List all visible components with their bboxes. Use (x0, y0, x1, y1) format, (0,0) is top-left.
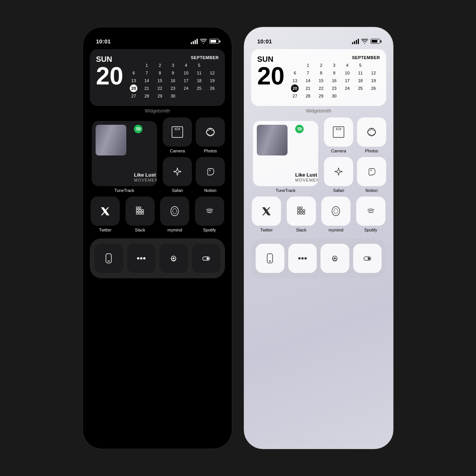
dock-at-light[interactable] (321, 244, 349, 273)
slack-svg-dark (133, 204, 147, 218)
svg-point-43 (334, 258, 336, 259)
safari-icon-light[interactable]: Safari (324, 157, 353, 193)
svg-rect-11 (136, 207, 138, 209)
calendar-widget-dark[interactable]: SUN 20 SEPTEMBER 12345 6789101112 131415… (90, 49, 225, 106)
svg-rect-37 (267, 254, 273, 263)
time-light: 10:01 (257, 38, 272, 45)
svg-rect-9 (142, 212, 144, 214)
svg-point-40 (301, 257, 304, 259)
battery-icon-light (370, 39, 380, 44)
photos-svg-light (365, 125, 378, 139)
twitter-svg-dark (98, 204, 112, 218)
notion-svg-dark (203, 165, 217, 178)
safari-icon-dark[interactable]: Safari (163, 157, 192, 193)
svg-rect-34 (298, 207, 299, 209)
svg-rect-38 (269, 261, 271, 261)
slack-icon-dark[interactable]: Slack (125, 197, 156, 232)
camera-icon-light[interactable]: Camera (324, 117, 353, 153)
mymind-icon-light[interactable]: mymind (321, 197, 352, 232)
dock-toggle-svg-light (361, 252, 374, 264)
apps-row3-light: Twitter Slack (251, 197, 386, 232)
photos-icon-light[interactable]: Photos (357, 117, 386, 153)
tunetrack-row-dark: Like Lust MOVEMENT TuneTrack (90, 117, 225, 193)
mymind-label-light: mymind (329, 228, 344, 232)
apps-row3-dark: Twitter Slack (90, 197, 225, 232)
widgetsmith-label-light: Widgetsmith (251, 108, 386, 114)
status-bar-dark: 10:01 (90, 35, 225, 49)
notion-svg-light (365, 165, 378, 178)
twitter-label-light: Twitter (260, 228, 273, 232)
svg-point-3 (207, 128, 214, 136)
svg-point-26 (368, 128, 375, 136)
svg-point-45 (368, 258, 370, 260)
mymind-icon-dark[interactable]: mymind (159, 197, 190, 232)
right-col-dark: Camera Photos (163, 117, 225, 193)
slack-label-light: Slack (296, 228, 306, 232)
dock-phone-svg-light (264, 252, 276, 264)
svg-point-41 (304, 257, 307, 259)
slack-svg-light (294, 204, 308, 218)
slack-icon-light[interactable]: Slack (286, 197, 317, 232)
svg-rect-31 (300, 212, 302, 214)
safari-svg-dark (170, 165, 184, 178)
svg-rect-7 (136, 212, 138, 214)
spotify-icon-light[interactable]: Spotify (355, 197, 387, 232)
notion-icon-dark[interactable]: Notion (196, 157, 225, 193)
status-right-dark (191, 39, 219, 44)
camera-icon-dark[interactable]: Camera (163, 117, 192, 153)
svg-rect-8 (139, 212, 141, 214)
dock-phone-dark[interactable] (94, 244, 123, 273)
dock-at-svg-dark (167, 252, 180, 264)
safari-label-light: Safari (333, 188, 344, 193)
spotify-label-light: Spotify (364, 228, 377, 232)
svg-point-16 (137, 257, 139, 259)
dock-dots-light[interactable] (288, 244, 317, 273)
dock-dark (90, 238, 225, 278)
svg-point-20 (173, 258, 175, 259)
tunetrack-icon-light[interactable]: Like Lust MOVEMENT TuneTrack (251, 121, 320, 193)
twitter-label-dark: Twitter (99, 228, 111, 232)
svg-point-22 (207, 258, 209, 260)
dock-toggle-light[interactable] (353, 244, 382, 273)
photos-label-dark: Photos (204, 149, 217, 153)
right-col-light: Camera Photos (324, 117, 386, 193)
dock-phone-light[interactable] (256, 244, 284, 273)
photos-icon-dark[interactable]: Photos (196, 117, 225, 153)
svg-point-39 (298, 257, 301, 259)
dock-at-svg-light (329, 252, 341, 264)
phone-light: 10:01 SUN 20 (244, 27, 393, 449)
svg-rect-27 (298, 210, 299, 212)
svg-point-17 (140, 257, 142, 259)
twitter-svg-light (259, 204, 273, 218)
notion-icon-light[interactable]: Notion (357, 157, 386, 193)
cal-month-light: SEPTEMBER (288, 55, 380, 60)
dock-at-dark[interactable] (159, 244, 188, 273)
svg-rect-25 (336, 128, 341, 130)
tunetrack-label-dark: TuneTrack (114, 188, 134, 193)
twitter-icon-light[interactable]: Twitter (251, 197, 282, 232)
widgetsmith-label-dark: Widgetsmith (90, 108, 225, 114)
tunetrack-icon-dark[interactable]: Like Lust MOVEMENT TuneTrack (90, 121, 159, 193)
track-title-light: Like Lust (295, 172, 318, 178)
spotify-svg-dark (203, 204, 217, 218)
spotify-logo-light (295, 125, 304, 133)
svg-point-35 (332, 207, 340, 216)
svg-point-36 (334, 208, 338, 214)
track-subtitle-light: MOVEMENT (295, 178, 318, 182)
svg-rect-2 (175, 128, 180, 130)
svg-rect-28 (300, 210, 302, 212)
cal-day-num-light: 20 (257, 64, 284, 88)
spotify-icon-dark[interactable]: Spotify (194, 197, 225, 232)
calendar-widget-light[interactable]: SUN 20 SEPTEMBER 12345 6789101112 131415… (251, 49, 386, 106)
wifi-icon-dark (200, 39, 207, 44)
cal-day-name-light: SUN (257, 55, 284, 63)
svg-rect-6 (142, 210, 144, 212)
spotify-logo-dark (134, 125, 142, 133)
notion-label-light: Notion (365, 188, 378, 193)
dock-toggle-dark[interactable] (192, 244, 221, 273)
svg-rect-14 (106, 254, 111, 263)
battery-icon-dark (209, 39, 219, 44)
dock-dots-dark[interactable] (127, 244, 156, 273)
svg-point-13 (173, 208, 177, 214)
twitter-icon-dark[interactable]: Twitter (90, 197, 121, 232)
